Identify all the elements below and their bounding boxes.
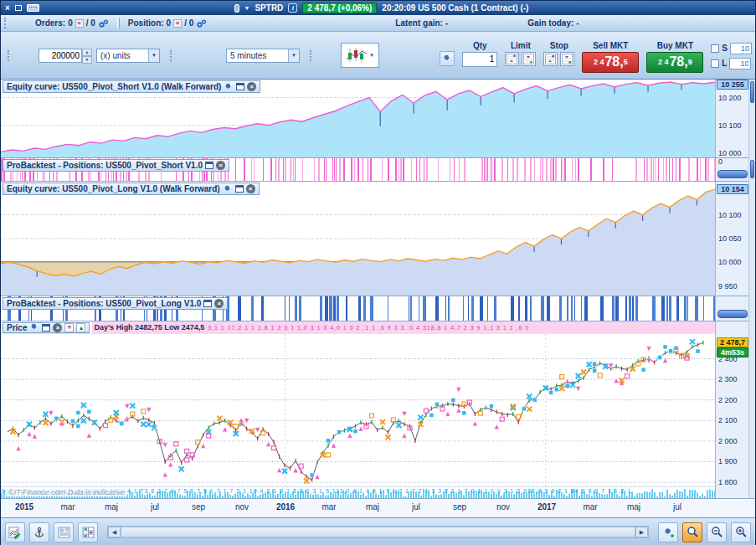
vertical-scrollbar-thumb[interactable] bbox=[750, 160, 754, 178]
price-plot[interactable]: Price × + ▲ Day's High 2482,75 Low 2474,… bbox=[1, 321, 715, 498]
equity-short-panel-header[interactable]: Equity curve: US500_Pivot_Short V1.0 (Wa… bbox=[3, 80, 260, 93]
wrench-add-icon bbox=[662, 526, 675, 538]
buy-market-button[interactable]: 2 478,9 bbox=[646, 52, 703, 73]
sell-market-button[interactable]: 2 478,5 bbox=[582, 52, 639, 73]
anchor-tool-button[interactable] bbox=[29, 522, 49, 542]
edit-chart-button[interactable] bbox=[5, 522, 25, 542]
chevron-down-icon: ▼ bbox=[288, 49, 299, 62]
axis-tick-label: 0 bbox=[718, 157, 723, 166]
sell-limit-button[interactable] bbox=[522, 52, 536, 66]
price-header-numbers: 3,1 1 17,2 1 1 1,8 1 2 3 1 1,0 3 1 3 4,0… bbox=[208, 325, 529, 331]
axis-tick-label: 10 100 bbox=[718, 121, 742, 130]
axis-tick-label: 10 200 bbox=[718, 94, 742, 102]
time-axis-label: nov bbox=[235, 502, 249, 512]
panel-window-icon[interactable] bbox=[235, 185, 244, 193]
panel-window-icon[interactable] bbox=[203, 300, 212, 307]
time-axis-label: mar bbox=[321, 502, 336, 512]
price-chart[interactable] bbox=[1, 334, 715, 486]
zoom-in-button[interactable] bbox=[731, 522, 751, 542]
panel-scrollbar-thumb[interactable] bbox=[717, 310, 748, 318]
quantity-down-icon[interactable]: ▼ bbox=[82, 56, 92, 64]
quantity-up-icon[interactable]: ▲ bbox=[82, 49, 92, 56]
limit-label: Limit bbox=[511, 41, 531, 50]
positions-long-panel: ProBacktest - Positions: US500_Pivot_Lon… bbox=[1, 296, 755, 321]
vertical-scrollbar-thumb[interactable] bbox=[750, 81, 754, 103]
stop-loss-input[interactable] bbox=[730, 43, 752, 54]
positions-short-panel-header[interactable]: ProBacktest - Positions: US500_Pivot_Sho… bbox=[3, 159, 229, 172]
buy-limit-button[interactable] bbox=[505, 52, 519, 66]
close-position-icon[interactable]: × bbox=[173, 19, 182, 28]
panel-scrollbar-thumb[interactable] bbox=[717, 170, 748, 178]
axis-tick-label: 2 300 bbox=[718, 375, 738, 383]
chart-type-button[interactable]: ▼ bbox=[341, 43, 379, 68]
panel-close-icon[interactable]: × bbox=[214, 299, 224, 308]
panel-window-icon[interactable] bbox=[205, 162, 213, 169]
stop-label: Stop bbox=[550, 41, 568, 50]
equity-long-panel-header[interactable]: Equity curve: US500_Pivot_Long V1.0 (Wal… bbox=[3, 183, 260, 195]
last-value-badge: 10 154 bbox=[717, 184, 748, 194]
toolbar-grip[interactable] bbox=[8, 50, 12, 61]
timeframe-select[interactable]: 5 minutes ▼ bbox=[226, 49, 300, 63]
news-button[interactable] bbox=[54, 522, 74, 542]
timeframe-select-value: 5 minutes bbox=[230, 51, 266, 60]
scroll-left-icon[interactable]: ◀ bbox=[108, 527, 121, 537]
toolbar-grip[interactable] bbox=[170, 50, 174, 61]
close-window-icon[interactable]: × bbox=[5, 4, 10, 13]
scroll-right-icon[interactable]: ▶ bbox=[635, 527, 648, 537]
position-pending-count: / 0 bbox=[184, 18, 193, 28]
bar-countdown-badge: 4m53s bbox=[717, 347, 748, 357]
position-settings-gears-icon[interactable] bbox=[196, 18, 207, 28]
symbol-label[interactable]: SPTRD bbox=[255, 3, 283, 13]
add-indicator-icon[interactable]: + bbox=[64, 323, 74, 332]
panel-settings-wrench-icon[interactable] bbox=[29, 322, 39, 332]
positions-long-plot[interactable]: ProBacktest - Positions: US500_Pivot_Lon… bbox=[1, 296, 715, 321]
day-high-low: Day's High 2482,75 Low 2474,5 bbox=[92, 323, 208, 332]
stop-loss-checkbox[interactable] bbox=[711, 44, 719, 53]
zoom-select-button[interactable] bbox=[682, 522, 702, 542]
positions-long-panel-header[interactable]: ProBacktest - Positions: US500_Pivot_Lon… bbox=[3, 297, 228, 310]
panel-window-icon[interactable] bbox=[42, 324, 50, 332]
add-tool-button[interactable] bbox=[658, 522, 678, 542]
quantity-input[interactable] bbox=[39, 49, 82, 63]
toolbar-grip[interactable] bbox=[310, 50, 314, 61]
time-axis-label: sep bbox=[453, 502, 466, 512]
order-qty-input[interactable] bbox=[462, 52, 497, 67]
units-select[interactable]: (x) units ▼ bbox=[96, 49, 160, 63]
live-price-badge: 2 478,7 (+0,06%) bbox=[302, 3, 377, 13]
time-axis-label: mar bbox=[60, 502, 75, 512]
panel-vertical-scrollbar[interactable] bbox=[748, 80, 755, 498]
panel-close-icon[interactable]: × bbox=[53, 323, 62, 332]
panel-settings-wrench-icon[interactable] bbox=[223, 184, 233, 194]
chart-horizontal-scrollbar[interactable]: ◀ ▶ bbox=[107, 526, 649, 538]
limit-profit-input[interactable] bbox=[729, 58, 751, 69]
panel-window-icon[interactable] bbox=[236, 83, 244, 90]
info-icon[interactable]: i bbox=[288, 3, 297, 13]
price-panel-tab[interactable]: Price × + ▲ bbox=[3, 322, 90, 333]
panel-title: Equity curve: US500_Pivot_Long V1.0 (Wal… bbox=[7, 184, 220, 193]
panel-close-icon[interactable]: × bbox=[247, 82, 256, 91]
orders-settings-gears-icon[interactable] bbox=[98, 18, 109, 28]
order-settings-wrench-icon[interactable] bbox=[440, 51, 455, 66]
portfolio-grid-icon bbox=[82, 527, 95, 538]
limit-profit-checkbox[interactable] bbox=[711, 59, 719, 68]
quantity-stepper[interactable]: ▲▼ bbox=[39, 49, 92, 63]
cancel-orders-icon[interactable]: × bbox=[75, 19, 84, 28]
symbol-dropdown-caret-icon[interactable]: ▼ bbox=[244, 5, 250, 11]
panel-close-icon[interactable]: × bbox=[246, 184, 255, 193]
portfolio-grid-button[interactable] bbox=[78, 522, 98, 542]
panel-close-icon[interactable]: × bbox=[216, 161, 225, 170]
toolbar-grip[interactable] bbox=[4, 18, 8, 28]
sell-price-decimal: 5 bbox=[624, 58, 628, 66]
panel-settings-wrench-icon[interactable] bbox=[224, 82, 234, 92]
panel-title: ProBacktest - Positions: US500_Pivot_Lon… bbox=[7, 299, 201, 308]
scrollbar-thumb[interactable] bbox=[121, 527, 635, 537]
buy-stop-button[interactable] bbox=[543, 52, 558, 66]
keyboard-icon[interactable] bbox=[27, 4, 39, 12]
sell-stop-button[interactable] bbox=[560, 52, 574, 66]
equity-long-plot[interactable]: Equity curve: US500_Pivot_Long V1.0 (Wal… bbox=[1, 182, 715, 296]
positions-short-plot[interactable]: ProBacktest - Positions: US500_Pivot_Sho… bbox=[1, 158, 715, 181]
buy-sell-signals-icon[interactable]: ▲ bbox=[76, 323, 85, 332]
minimize-window-icon[interactable] bbox=[15, 5, 22, 11]
zoom-out-button[interactable] bbox=[707, 522, 727, 542]
equity-short-plot[interactable]: Equity curve: US500_Pivot_Short V1.0 (Wa… bbox=[1, 80, 715, 157]
